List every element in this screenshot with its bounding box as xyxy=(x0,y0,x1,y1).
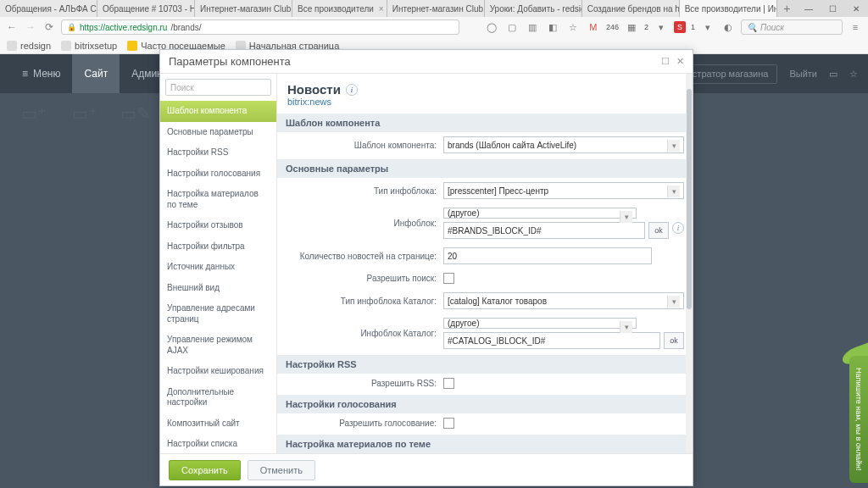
address-bar: ← → ⟳ 🔒 https://active.redsign.ru/brands… xyxy=(0,17,868,37)
browser-tab[interactable]: Все производители× xyxy=(292,0,387,17)
browser-tab[interactable]: Обращение # 10703 - Не уд...× xyxy=(97,0,195,17)
bookmark-item[interactable]: bitrixsetup xyxy=(61,41,117,51)
extension-icon[interactable]: ▾ xyxy=(654,19,669,35)
label-cat-ibtype: Тип инфоблока Каталог: xyxy=(286,297,437,306)
toolbar-edit-section[interactable]: ▭✎ xyxy=(117,103,154,125)
s-badge: 1 xyxy=(691,23,695,31)
logout-link[interactable]: Выйти xyxy=(789,69,817,79)
component-name: bitrix:news xyxy=(287,97,682,107)
scroll-thumb[interactable] xyxy=(687,89,692,309)
folder-icon xyxy=(127,41,137,51)
input-pagecount[interactable]: 20 xyxy=(443,247,652,264)
section-theme: Настройка материалов по теме xyxy=(277,435,693,453)
sidebar-item-vote[interactable]: Настройки голосования xyxy=(160,164,276,185)
bookmark-icon xyxy=(7,41,17,51)
save-button[interactable]: Сохранить xyxy=(169,460,241,480)
star-icon[interactable]: ☆ xyxy=(565,19,581,35)
modal-sidebar: Поиск Шаблон компонента Основные парамет… xyxy=(160,74,277,453)
checkbox-search[interactable] xyxy=(443,273,454,284)
toolbar-create-page[interactable]: ▭⁺ xyxy=(66,103,103,125)
star-icon[interactable]: ☆ xyxy=(849,69,858,80)
checkbox-rss[interactable] xyxy=(443,378,454,389)
sidebar-item-datasource[interactable]: Источник данных xyxy=(160,257,276,278)
url-input[interactable]: 🔒 https://active.redsign.ru/brands/ xyxy=(61,19,459,35)
select-cat-ibtype[interactable]: [catalog] Каталог товаров xyxy=(443,292,684,309)
section-template: Шаблон компонента xyxy=(277,114,693,132)
sidebar-item-extra[interactable]: Дополнительные настройки xyxy=(160,382,276,413)
select-iblock[interactable]: (другое) xyxy=(443,208,637,219)
sidebar-item-composite[interactable]: Композитный сайт xyxy=(160,413,276,435)
select-template[interactable]: brands (Шаблон сайта ActiveLife) xyxy=(443,136,684,153)
close-window-icon[interactable]: ✕ xyxy=(844,0,868,17)
sidebar-item-appearance[interactable]: Внешний вид xyxy=(160,278,276,299)
checkbox-vote[interactable] xyxy=(443,418,454,429)
modal-titlebar: Параметры компонента ☐ ✕ xyxy=(160,50,693,74)
tab-site[interactable]: Сайт xyxy=(72,54,120,93)
sidebar-item-main[interactable]: Основные параметры xyxy=(160,122,276,143)
toolbar-create-section[interactable]: ▭⁺ xyxy=(15,103,53,125)
scrollbar[interactable] xyxy=(686,74,693,453)
ok-button[interactable]: ok xyxy=(664,332,684,349)
sidebar-item-ajax[interactable]: Управление режимом AJAX xyxy=(160,330,276,361)
browser-tab[interactable]: Создание брендов на highloa...× xyxy=(582,0,680,17)
sidebar-item-cache[interactable]: Настройки кеширования xyxy=(160,361,276,382)
close-icon[interactable]: ✕ xyxy=(676,56,684,67)
sidebar-item-template[interactable]: Шаблон компонента xyxy=(160,101,276,122)
ext-badge: 2 xyxy=(644,23,648,31)
sidebar-item-url[interactable]: Управление адресами страниц xyxy=(160,298,276,330)
label-pagecount: Количество новостей на странице: xyxy=(286,252,437,261)
callback-tab[interactable]: Напишите нам, мы в онлайн! xyxy=(849,356,868,483)
select-ibtype[interactable]: [presscenter] Пресс-центр xyxy=(443,182,684,199)
folder-plus-icon: ▭⁺ xyxy=(15,103,53,124)
sidebar-item-list[interactable]: Настройки списка xyxy=(160,434,276,453)
sidebar-item-reviews[interactable]: Настройки отзывов xyxy=(160,215,276,236)
sidebar-item-theme[interactable]: Настройка материалов по теме xyxy=(160,184,276,215)
bookmark-item[interactable]: redsign xyxy=(7,41,51,51)
sidebar-item-rss[interactable]: Настройки RSS xyxy=(160,142,276,164)
window-controls: — ☐ ✕ xyxy=(797,0,868,17)
select-cat-iblock[interactable]: (другое) xyxy=(443,318,637,329)
browser-search-input[interactable]: 🔍 Поиск xyxy=(741,19,843,35)
help-icon[interactable]: ▭ xyxy=(829,69,837,80)
modal-title: Параметры компонента xyxy=(169,55,291,68)
browser-tab[interactable]: Интернет-магазин Club Toys ...× xyxy=(195,0,292,17)
new-tab-button[interactable]: + xyxy=(777,0,797,17)
stylish-icon[interactable]: S xyxy=(674,21,686,33)
cancel-button[interactable]: Отменить xyxy=(248,460,315,480)
extension-icon[interactable]: ◧ xyxy=(545,19,560,35)
browser-tab[interactable]: Уроки: Добавить - redsign.ru× xyxy=(485,0,582,17)
gmail-icon[interactable]: M xyxy=(586,19,601,35)
sidebar-search-input[interactable]: Поиск xyxy=(165,79,271,96)
menu-icon[interactable]: ≡ xyxy=(848,19,863,35)
input-iblock-id[interactable]: #BRANDS_IBLOCK_ID# xyxy=(443,222,645,239)
sidebar-item-filter[interactable]: Настройки фильтра xyxy=(160,236,276,258)
extension-icon[interactable]: ▾ xyxy=(700,19,715,35)
tab-strip: Обращения - АЛЬФА Систем× Обращение # 10… xyxy=(0,0,868,17)
browser-tab[interactable]: Все производители | Интерн...× xyxy=(680,0,777,17)
extension-icon[interactable]: ◐ xyxy=(721,19,736,35)
input-cat-iblock-id[interactable]: #CATALOG_IBLOCK_ID# xyxy=(443,332,660,349)
label-ibtype: Тип инфоблока: xyxy=(286,186,437,196)
modal-content: Новостиi bitrix:news Шаблон компонента Ш… xyxy=(277,74,693,453)
minimize-icon[interactable]: — xyxy=(797,0,821,17)
extension-icon[interactable]: ▥ xyxy=(525,19,540,35)
extension-icon[interactable]: ▢ xyxy=(504,19,520,35)
label-search: Разрешить поиск: xyxy=(286,274,437,283)
label-rss: Разрешить RSS: xyxy=(286,379,437,388)
back-icon[interactable]: ← xyxy=(5,20,19,34)
extension-icon[interactable]: ◯ xyxy=(484,19,499,35)
section-rss: Настройки RSS xyxy=(277,355,693,374)
folder-edit-icon: ▭✎ xyxy=(117,103,154,124)
ok-button[interactable]: ok xyxy=(648,222,669,239)
info-icon[interactable]: i xyxy=(672,222,684,234)
reload-icon[interactable]: ⟳ xyxy=(42,20,56,34)
hamburger-menu[interactable]: ≡ Меню xyxy=(10,54,72,93)
maximize-icon[interactable]: ☐ xyxy=(821,0,844,17)
maximize-icon[interactable]: ☐ xyxy=(661,56,670,67)
close-icon[interactable]: × xyxy=(379,4,384,14)
browser-tab[interactable]: Интернет-магазин Club Toys ...× xyxy=(387,0,485,17)
info-icon[interactable]: i xyxy=(346,84,358,96)
browser-tab[interactable]: Обращения - АЛЬФА Систем× xyxy=(0,0,97,17)
extension-icon[interactable]: ▦ xyxy=(624,19,639,35)
section-vote: Настройки голосования xyxy=(277,395,693,413)
